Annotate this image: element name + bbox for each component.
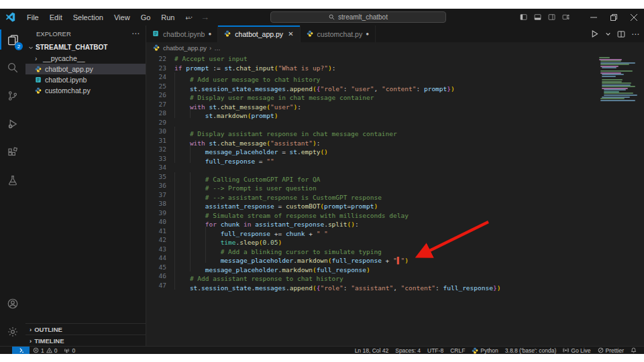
python-file-icon xyxy=(35,87,42,95)
status-prettier[interactable]: Prettier xyxy=(594,347,627,354)
tab-customchat-py[interactable]: customchat.py● xyxy=(301,25,376,42)
more-actions-icon[interactable]: ⋯ xyxy=(631,29,640,39)
activity-bar-spacer xyxy=(0,194,25,290)
activity-explorer[interactable]: 2 xyxy=(0,25,25,54)
code-line-27[interactable]: 27with st.chat_message("user"): xyxy=(146,100,644,109)
activity-search[interactable] xyxy=(0,54,25,82)
run-python-file-icon[interactable] xyxy=(590,29,599,38)
activity-extensions[interactable] xyxy=(0,138,25,166)
minimize-button[interactable] xyxy=(584,9,604,25)
status-go-live[interactable]: Go Live xyxy=(559,347,594,354)
unsaved-dot-icon[interactable]: ● xyxy=(208,31,211,37)
code-line-25[interactable]: 25st.session_state.messages.append({"rol… xyxy=(146,82,644,91)
breadcrumb[interactable]: chatbot_app.py › … xyxy=(146,42,644,53)
toggle-secondary-sidebar-icon[interactable] xyxy=(545,13,559,21)
activity-source-control[interactable] xyxy=(0,82,25,110)
status-language-mode[interactable]: Python xyxy=(468,347,501,354)
code-line-24[interactable]: 24# Add user message to chat history xyxy=(146,72,644,82)
toggle-panel-icon[interactable] xyxy=(531,13,545,21)
restore-button[interactable] xyxy=(604,9,624,25)
code-line-36[interactable]: 36# --> Prompt is user question xyxy=(146,181,644,190)
code-line-47[interactable]: 47st.session_state.messages.append({"rol… xyxy=(146,281,644,290)
line-content: # Calling CustomGPT API for QA xyxy=(174,172,320,182)
file-chatbot-app-py[interactable]: chatbot_app.py xyxy=(25,64,146,74)
chevron-down-icon xyxy=(28,45,34,50)
activity-accounts[interactable] xyxy=(0,290,25,318)
code-line-26[interactable]: 26# Display user message in chat message… xyxy=(146,90,644,100)
code-line-38[interactable]: 38assistant_response = customBOT(prompt=… xyxy=(146,199,644,208)
back-arrow-icon[interactable]: ← xyxy=(184,12,193,22)
code-line-43[interactable]: 43# Add a blinking cursor to simulate ty… xyxy=(146,245,644,254)
status-cursor-position[interactable]: Ln 18, Col 42 xyxy=(352,347,392,354)
close-button[interactable] xyxy=(624,9,644,25)
close-tab-icon[interactable]: ✕ xyxy=(288,30,293,38)
code-line-28[interactable]: 28st.markdown(prompt) xyxy=(146,109,644,118)
menu-view[interactable]: View xyxy=(109,9,136,25)
line-content: # Simulate stream of response with milli… xyxy=(174,208,409,218)
status-indentation[interactable]: Spaces: 4 xyxy=(392,347,424,354)
menu-edit[interactable]: Edit xyxy=(44,9,68,25)
activity-settings[interactable] xyxy=(0,318,25,346)
menu-go[interactable]: Go xyxy=(136,9,156,25)
run-dropdown-chevron-icon[interactable] xyxy=(605,31,611,37)
line-number: 47 xyxy=(146,281,166,290)
forward-arrow-icon[interactable]: → xyxy=(201,12,209,22)
problems-indicator[interactable]: 1 0 xyxy=(30,347,60,354)
file-label: customchat.py xyxy=(45,86,91,95)
code-line-35[interactable]: 35# Calling CustomGPT API for QA xyxy=(146,172,644,182)
status-notifications[interactable] xyxy=(627,347,640,354)
line-number: 26 xyxy=(146,90,166,100)
menu-file[interactable]: File xyxy=(21,9,44,25)
customize-layout-icon[interactable] xyxy=(559,13,573,21)
breadcrumb-file[interactable]: chatbot_app.py xyxy=(163,44,207,52)
code-line-42[interactable]: 42time.sleep(0.05) xyxy=(146,235,644,245)
tab-chatbot-app-py[interactable]: chatbot_app.py✕ xyxy=(218,25,300,42)
status-eol[interactable]: CRLF xyxy=(447,347,468,354)
file---pycache--[interactable]: ›__pycache__ xyxy=(25,53,146,64)
ports-indicator[interactable]: 0 xyxy=(60,347,78,354)
activity-testing[interactable] xyxy=(0,166,25,194)
code-line-32[interactable]: 32message_placeholder = st.empty() xyxy=(146,145,644,154)
status-encoding[interactable]: UTF-8 xyxy=(424,347,447,354)
code-line-41[interactable]: 41full_response += chunk + " " xyxy=(146,227,644,236)
line-content: # Add user message to chat history xyxy=(174,72,320,82)
code-line-40[interactable]: 40for chunk in assistant_response.split(… xyxy=(146,217,644,227)
code-line-39[interactable]: 39# Simulate stream of response with mil… xyxy=(146,208,644,218)
python-file-icon xyxy=(35,66,42,73)
code-line-23[interactable]: 23if prompt := st.chat_input("What is up… xyxy=(146,64,644,73)
remote-indicator[interactable] xyxy=(12,347,30,354)
command-center-search[interactable]: streamlt_chatbot xyxy=(270,11,446,23)
file-chatbot-ipynb[interactable]: chatbot.ipynb xyxy=(25,74,146,85)
activity-run-debug[interactable] xyxy=(0,110,25,138)
code-line-46[interactable]: 46# Add assistant response to chat histo… xyxy=(146,272,644,281)
code-line-37[interactable]: 37# --> assistant_response is CustomGPT … xyxy=(146,190,644,200)
minimap[interactable] xyxy=(599,57,637,101)
file-customchat-py[interactable]: customchat.py xyxy=(25,85,146,96)
status-text: CRLF xyxy=(450,347,465,354)
editor-tab-bar: chatbot.ipynb●chatbot_app.py✕customchat.… xyxy=(146,25,644,42)
menu-selection[interactable]: Selection xyxy=(68,9,109,25)
line-content: # --> assistant_response is CustomGPT re… xyxy=(174,190,382,200)
section-timeline[interactable]: ›TIMELINE xyxy=(25,335,146,346)
code-line-33[interactable]: 33full_response = "" xyxy=(146,154,644,164)
root-folder-label: STREAMLT_CHATBOT xyxy=(36,44,107,51)
unsaved-dot-icon[interactable]: ● xyxy=(366,31,369,37)
tab-chatbot-ipynb[interactable]: chatbot.ipynb● xyxy=(146,25,218,42)
menu-run[interactable]: Run xyxy=(156,9,180,25)
workspace-root-folder[interactable]: STREAMLT_CHATBOT xyxy=(25,42,146,53)
breadcrumb-symbol[interactable]: … xyxy=(214,44,221,52)
menu-bar: FileEditSelectionViewGoRun⋯ xyxy=(21,9,199,25)
section-outline[interactable]: ›OUTLINE xyxy=(25,323,146,335)
code-line-44[interactable]: 44message_placeholder.markdown(full_resp… xyxy=(146,253,644,263)
status-python-interpreter[interactable]: 3.8.8 ('base': conda) xyxy=(502,347,560,354)
split-editor-icon[interactable] xyxy=(617,30,625,38)
line-number: 45 xyxy=(146,263,166,272)
editor-scrollbar[interactable] xyxy=(637,53,644,346)
toggle-primary-sidebar-icon[interactable] xyxy=(517,13,531,21)
code-line-22[interactable]: 22# Accept user input xyxy=(146,54,644,64)
code-line-30[interactable]: 30# Display assistant response in chat m… xyxy=(146,127,644,136)
main-area: 2 xyxy=(0,25,644,346)
explorer-more-actions-icon[interactable]: ⋯ xyxy=(131,29,140,38)
code-editor[interactable]: 22# Accept user input23if prompt := st.c… xyxy=(146,53,644,346)
code-line-34[interactable]: 34 xyxy=(146,163,644,172)
